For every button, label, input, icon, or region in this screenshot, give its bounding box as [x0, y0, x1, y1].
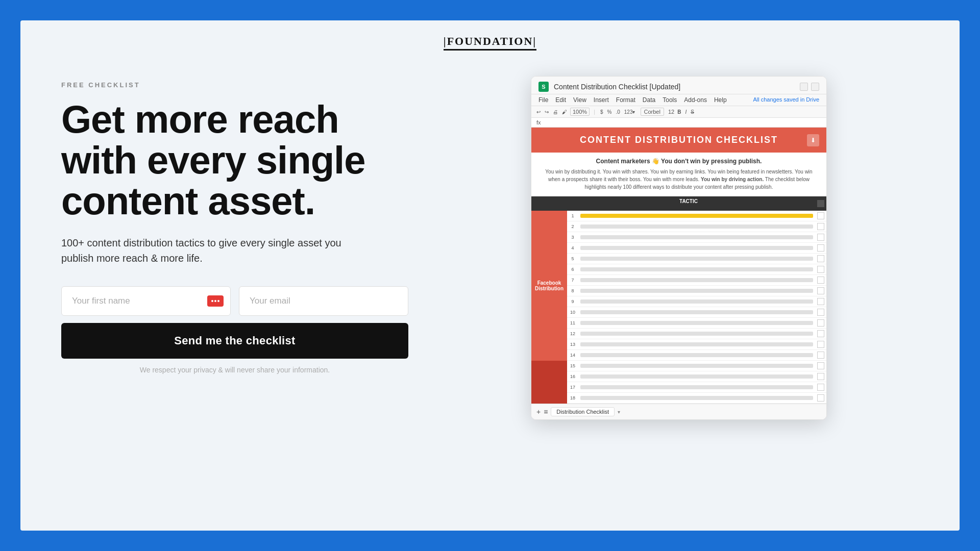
row-num: 8: [567, 288, 578, 293]
gs-menu-view[interactable]: View: [573, 96, 586, 104]
row-checkbox[interactable]: [817, 394, 824, 402]
row-checkbox[interactable]: [817, 362, 824, 369]
gs-zoom[interactable]: 100%: [570, 108, 590, 116]
gs-folder-icon[interactable]: [811, 83, 819, 91]
row-checkbox[interactable]: [817, 212, 824, 219]
row-checkbox[interactable]: [817, 287, 824, 294]
gs-sheets-list-btn[interactable]: ≡: [544, 408, 548, 416]
row-bar: [580, 278, 813, 282]
gs-desc: You win by distributing it. You win with…: [542, 168, 816, 191]
row-bar: [580, 289, 813, 293]
main-container: |FOUNDATION| FREE CHECKLIST Get more rea…: [20, 20, 960, 531]
row-num: 5: [567, 256, 578, 261]
row-checkbox[interactable]: [817, 223, 824, 230]
gs-sheet-tab-arrow[interactable]: ▾: [618, 409, 620, 415]
first-name-input[interactable]: [61, 286, 231, 316]
row-num: 6: [567, 267, 578, 272]
left-panel: FREE CHECKLIST Get more reach with every…: [61, 71, 408, 374]
gs-menu-edit[interactable]: Edit: [555, 96, 566, 104]
dot2: [214, 300, 216, 302]
gs-cell-ref[interactable]: fx: [536, 119, 541, 126]
headline: Get more reach with every single content…: [61, 99, 408, 221]
gs-font-size[interactable]: 12: [668, 109, 674, 115]
row-checkbox[interactable]: [817, 298, 824, 305]
spreadsheet-mockup: S Content Distribution Checklist [Update…: [531, 76, 827, 420]
gs-menu-help[interactable]: Help: [714, 96, 727, 104]
row-bar: [580, 257, 813, 261]
gs-undo-btn[interactable]: ↩: [535, 109, 542, 115]
gs-menu-tools[interactable]: Tools: [663, 96, 677, 104]
row-bar: [580, 364, 813, 368]
row-num: 1: [567, 213, 578, 218]
row-bar: [580, 235, 813, 239]
row-num: 16: [567, 374, 578, 379]
gs-more-formats-btn[interactable]: 123▾: [623, 109, 636, 115]
row-checkbox[interactable]: [817, 277, 824, 284]
row-checkbox[interactable]: [817, 244, 824, 252]
table-row: 8: [567, 286, 826, 296]
first-name-wrapper: [61, 286, 231, 316]
gs-table-header: TACTIC: [531, 196, 826, 211]
row-num: 12: [567, 331, 578, 336]
gs-font[interactable]: Corbel: [641, 108, 664, 116]
table-row: 6: [567, 264, 826, 275]
row-checkbox[interactable]: [817, 266, 824, 273]
gs-print-btn[interactable]: 🖨: [552, 109, 559, 115]
row-checkbox[interactable]: [817, 255, 824, 262]
badge-label: FREE CHECKLIST: [61, 81, 408, 89]
gs-paint-btn[interactable]: 🖌: [561, 109, 568, 115]
table-row: 12: [567, 329, 826, 339]
row-checkbox[interactable]: [817, 373, 824, 380]
gs-menu-addons[interactable]: Add-ons: [684, 96, 707, 104]
submit-button[interactable]: Send me the checklist: [61, 323, 408, 359]
gs-menu-insert[interactable]: Insert: [594, 96, 609, 104]
gs-dollar-btn[interactable]: $: [599, 109, 604, 115]
logo: |FOUNDATION|: [444, 35, 536, 51]
dots-icon: [207, 295, 224, 307]
table-row: 4: [567, 243, 826, 254]
headline-line2: with every single: [61, 138, 365, 182]
gs-title-bar: S Content Distribution Checklist [Update…: [531, 77, 826, 94]
row-num: 3: [567, 235, 578, 240]
gs-subtitle-row: Content marketers 👋 You don't win by pre…: [531, 153, 826, 196]
gs-menu-format[interactable]: Format: [616, 96, 635, 104]
table-row: 10: [567, 307, 826, 318]
gs-section2-group: 15 16 17: [531, 361, 826, 404]
gs-bold-btn[interactable]: B: [676, 109, 682, 115]
table-row: 17: [567, 382, 826, 393]
privacy-note: We respect your privacy & will never sha…: [61, 366, 408, 374]
row-checkbox[interactable]: [817, 352, 824, 359]
table-row: 11: [567, 318, 826, 329]
gs-header-title: CONTENT DISTRIBUTION CHECKLIST: [580, 135, 778, 145]
table-row: 18: [567, 393, 826, 404]
row-checkbox[interactable]: [817, 384, 824, 391]
gs-menu-file[interactable]: File: [538, 96, 548, 104]
gs-header-download-icon[interactable]: ⬇: [807, 134, 819, 146]
gs-redo-btn[interactable]: ↪: [544, 109, 550, 115]
gs-italic-btn[interactable]: I: [684, 109, 688, 115]
row-checkbox[interactable]: [817, 309, 824, 316]
gs-percent-btn[interactable]: %: [606, 109, 613, 115]
row-bar: [580, 299, 813, 304]
row-checkbox[interactable]: [817, 234, 824, 241]
subheadline: 100+ content distribution tactics to giv…: [61, 235, 368, 266]
gs-toolbar: ↩ ↪ 🖨 🖌 100% | $ % .0 123▾ Corbel 12 B I…: [531, 106, 826, 118]
row-checkbox[interactable]: [817, 319, 824, 327]
gs-menu-data[interactable]: Data: [643, 96, 655, 104]
gs-decimal-btn[interactable]: .0: [615, 109, 621, 115]
email-input[interactable]: [239, 286, 408, 316]
gs-facebook-category: FacebookDistribution: [531, 211, 567, 361]
row-num: 11: [567, 320, 578, 325]
gs-strikethrough-btn[interactable]: S: [690, 109, 695, 115]
row-checkbox[interactable]: [817, 341, 824, 348]
row-checkbox[interactable]: [817, 330, 824, 337]
row-num: 4: [567, 245, 578, 251]
row-num: 15: [567, 363, 578, 368]
gs-add-sheet-btn[interactable]: +: [536, 408, 541, 416]
gs-saved-text: All changes saved in Drive: [753, 96, 819, 104]
gs-sheet-tab[interactable]: Distribution Checklist: [551, 407, 615, 416]
table-row: 16: [567, 371, 826, 382]
gs-star-icon[interactable]: [800, 83, 808, 91]
row-num: 2: [567, 224, 578, 229]
row-num: 13: [567, 342, 578, 347]
